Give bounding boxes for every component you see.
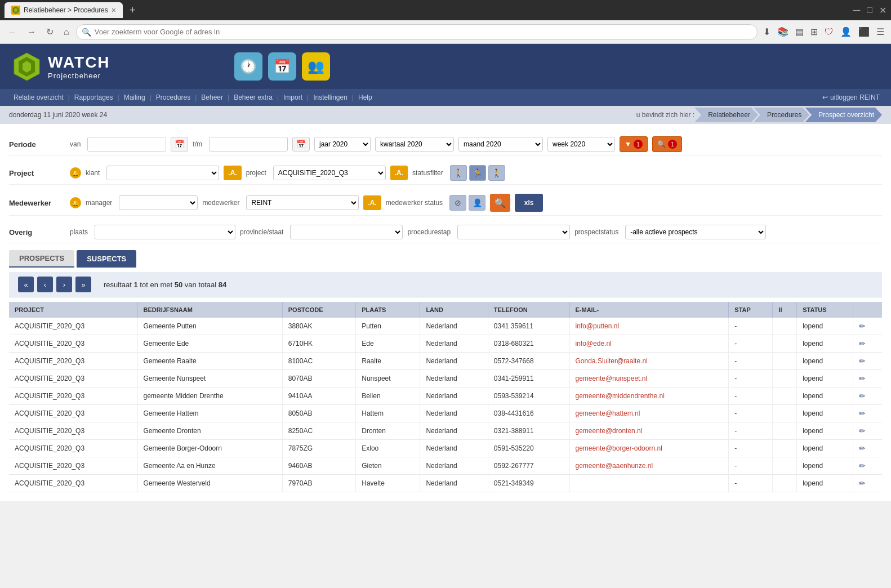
medewerker-status-inactive-button[interactable]: ⊘ bbox=[449, 195, 466, 211]
col-bedrijfsnaam[interactable]: BEDRIJFSNAAM bbox=[137, 302, 282, 318]
medewerker-select[interactable]: REINT bbox=[246, 195, 359, 210]
edit-icon[interactable]: ✏ bbox=[859, 479, 866, 488]
download-icon-button[interactable]: ⬇ bbox=[761, 24, 773, 39]
col-stap[interactable]: STAP bbox=[729, 302, 773, 318]
nav-beheer[interactable]: Beheer bbox=[199, 92, 225, 103]
filter-search-button[interactable]: 🔍 1 bbox=[652, 136, 682, 152]
email-link[interactable]: gemeente@nunspeet.nl bbox=[576, 375, 648, 382]
tab-prospects[interactable]: PROSPECTS bbox=[9, 250, 74, 268]
address-input[interactable] bbox=[76, 24, 758, 40]
edit-icon[interactable]: ✏ bbox=[859, 409, 866, 418]
profile-icon-button[interactable]: 👤 bbox=[838, 24, 854, 39]
extensions-icon-button[interactable]: ⬛ bbox=[856, 24, 872, 39]
project-warning-button[interactable]: 🔔 bbox=[70, 167, 81, 179]
edit-icon[interactable]: ✏ bbox=[859, 426, 866, 435]
nav-instellingen[interactable]: Instellingen bbox=[311, 92, 350, 103]
nav-procedures[interactable]: Procedures bbox=[154, 92, 193, 103]
home-button[interactable]: ⌂ bbox=[60, 25, 73, 39]
email-link[interactable]: gemeente@hattem.nl bbox=[576, 409, 640, 417]
breadcrumb-procedures[interactable]: Procedures bbox=[754, 108, 809, 122]
statusfilter-idle-button[interactable]: 🚶 bbox=[488, 165, 505, 181]
edit-icon[interactable]: ✏ bbox=[859, 322, 866, 331]
plaats-select[interactable] bbox=[95, 225, 235, 239]
col-email[interactable]: E-MAIL- bbox=[569, 302, 729, 318]
email-link[interactable]: gemeente@aaenhunze.nl bbox=[576, 462, 653, 470]
provincie-select[interactable] bbox=[290, 225, 403, 239]
breadcrumb-relatiebeheer[interactable]: Relatiebeheer bbox=[694, 108, 758, 122]
email-link[interactable]: gemeente@middendrenthe.nl bbox=[576, 392, 665, 400]
nav-import[interactable]: Import bbox=[281, 92, 305, 103]
col-status[interactable]: STATUS bbox=[797, 302, 853, 318]
procedurestap-select[interactable] bbox=[457, 225, 570, 239]
page-next-button[interactable]: › bbox=[56, 277, 72, 292]
col-ii[interactable]: II bbox=[773, 302, 797, 318]
col-telefoon[interactable]: TELEFOON bbox=[488, 302, 569, 318]
edit-icon[interactable]: ✏ bbox=[859, 461, 866, 470]
page-last-button[interactable]: » bbox=[75, 277, 91, 292]
filter-funnel-button[interactable]: ▼ 1 bbox=[620, 136, 648, 152]
tab-close-button[interactable]: × bbox=[112, 6, 116, 15]
medewerker-status-active-button[interactable]: 👤 bbox=[469, 195, 485, 211]
back-button[interactable]: ← bbox=[5, 25, 20, 39]
xls-export-button[interactable]: xls bbox=[515, 194, 543, 212]
van-calendar-button[interactable]: 📅 bbox=[171, 137, 188, 152]
edit-icon[interactable]: ✏ bbox=[859, 357, 866, 366]
email-link[interactable]: gemeente@dronten.nl bbox=[576, 427, 643, 435]
email-link[interactable]: Gonda.Sluiter@raalte.nl bbox=[576, 357, 648, 365]
minimize-button[interactable]: ─ bbox=[853, 5, 861, 16]
calendar-app-icon[interactable]: 📅 bbox=[268, 52, 296, 81]
new-tab-button[interactable]: + bbox=[126, 5, 139, 16]
menu-icon-button[interactable]: ☰ bbox=[874, 24, 886, 39]
van-date-input[interactable] bbox=[87, 137, 166, 152]
tm-calendar-button[interactable]: 📅 bbox=[292, 137, 310, 152]
reload-button[interactable]: ↻ bbox=[43, 24, 57, 39]
project-al-button[interactable]: .A. bbox=[390, 166, 408, 180]
col-plaats[interactable]: PLAATS bbox=[356, 302, 420, 318]
nav-beheer-extra[interactable]: Beheer extra bbox=[231, 92, 275, 103]
forward-button[interactable]: → bbox=[24, 25, 39, 39]
maximize-button[interactable]: □ bbox=[867, 5, 872, 15]
close-window-button[interactable]: ✕ bbox=[879, 5, 886, 16]
medewerker-al-button[interactable]: .A. bbox=[363, 195, 381, 210]
manager-select[interactable] bbox=[119, 195, 198, 210]
month-select[interactable]: maand 2020 bbox=[458, 137, 543, 152]
col-project[interactable]: PROJECT bbox=[9, 302, 137, 318]
statusfilter-run-button[interactable]: 🏃 bbox=[469, 165, 486, 181]
reader-icon-button[interactable]: ▤ bbox=[793, 24, 806, 39]
browser-tab[interactable]: Relatiebeheer > Procedures × bbox=[5, 2, 123, 18]
statusfilter-walk-button[interactable]: 🚶 bbox=[450, 165, 467, 181]
email-link[interactable]: gemeente@borger-odoorn.nl bbox=[576, 444, 662, 452]
breadcrumb-prospect-overzicht[interactable]: Prospect overzicht bbox=[805, 108, 882, 122]
logout-button[interactable]: ↩ uitloggen REINT bbox=[822, 93, 880, 101]
page-first-button[interactable]: « bbox=[18, 277, 34, 292]
col-land[interactable]: LAND bbox=[420, 302, 488, 318]
klant-select[interactable] bbox=[106, 166, 219, 180]
tab-suspects[interactable]: SUSPECTS bbox=[77, 250, 136, 268]
shield-icon-button[interactable]: 🛡 bbox=[822, 25, 836, 39]
prospectstatus-select[interactable]: -alle actieve prospects bbox=[625, 225, 766, 239]
edit-icon[interactable]: ✏ bbox=[859, 391, 866, 400]
qr-icon-button[interactable]: ⊞ bbox=[808, 24, 820, 39]
project-select[interactable]: ACQUISITIE_2020_Q3 bbox=[273, 166, 386, 180]
clock-app-icon[interactable]: 🕐 bbox=[234, 52, 262, 81]
edit-icon[interactable]: ✏ bbox=[859, 444, 866, 453]
year-select[interactable]: jaar 2020 bbox=[314, 137, 371, 152]
users-app-icon[interactable]: 👥 bbox=[302, 52, 330, 81]
klant-al-button[interactable]: .A. bbox=[224, 166, 241, 180]
quarter-select[interactable]: kwartaal 2020 bbox=[375, 137, 454, 152]
tm-date-input[interactable] bbox=[209, 137, 288, 152]
week-select[interactable]: week 2020 bbox=[547, 137, 615, 152]
email-link[interactable]: info@ede.nl bbox=[576, 340, 612, 348]
edit-icon[interactable]: ✏ bbox=[859, 374, 866, 383]
nav-relatie-overzicht[interactable]: Relatie overzicht bbox=[11, 92, 66, 103]
col-postcode[interactable]: POSTCODE bbox=[282, 302, 355, 318]
edit-icon[interactable]: ✏ bbox=[859, 339, 866, 348]
nav-mailing[interactable]: Mailing bbox=[122, 92, 148, 103]
main-search-button[interactable]: 🔍 bbox=[490, 194, 510, 212]
medewerker-warning-button[interactable]: 🔔 bbox=[70, 197, 81, 208]
nav-rapportages[interactable]: Rapportages bbox=[72, 92, 115, 103]
page-prev-button[interactable]: ‹ bbox=[37, 277, 53, 292]
email-link[interactable]: info@putten.nl bbox=[576, 322, 620, 330]
nav-help[interactable]: Help bbox=[356, 92, 375, 103]
bookmarks-icon-button[interactable]: 📚 bbox=[775, 24, 791, 39]
